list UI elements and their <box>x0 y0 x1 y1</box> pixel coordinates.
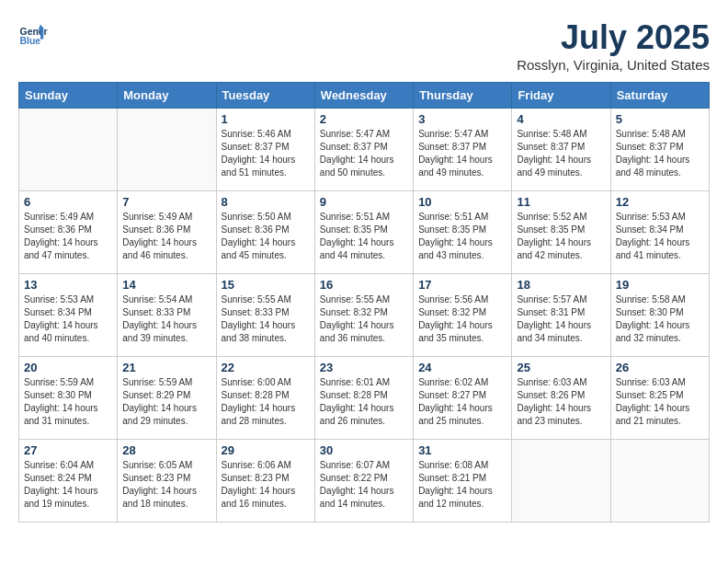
day-number: 23 <box>320 361 408 374</box>
day-info: Sunrise: 5:54 AM Sunset: 8:33 PM Dayligh… <box>122 293 210 345</box>
day-number: 11 <box>517 195 605 209</box>
day-info: Sunrise: 5:48 AM Sunset: 8:37 PM Dayligh… <box>616 128 704 179</box>
day-number: 3 <box>418 112 506 126</box>
calendar-cell: 1Sunrise: 5:46 AM Sunset: 8:37 PM Daylig… <box>216 109 314 191</box>
day-number: 21 <box>122 361 210 374</box>
calendar-cell: 7Sunrise: 5:49 AM Sunset: 8:36 PM Daylig… <box>118 191 216 274</box>
title-block: July 2025 Rosslyn, Virginia, United Stat… <box>517 18 710 73</box>
calendar-cell: 28Sunrise: 6:05 AM Sunset: 8:23 PM Dayli… <box>118 440 216 523</box>
day-info: Sunrise: 5:58 AM Sunset: 8:30 PM Dayligh… <box>616 293 704 345</box>
day-number: 25 <box>517 361 605 374</box>
weekday-header-tuesday: Tuesday <box>216 83 314 109</box>
week-row-2: 6Sunrise: 5:49 AM Sunset: 8:36 PM Daylig… <box>19 191 710 274</box>
day-info: Sunrise: 5:53 AM Sunset: 8:34 PM Dayligh… <box>24 293 112 345</box>
weekday-header-row: SundayMondayTuesdayWednesdayThursdayFrid… <box>19 83 710 109</box>
day-info: Sunrise: 5:57 AM Sunset: 8:31 PM Dayligh… <box>517 293 605 345</box>
week-row-4: 20Sunrise: 5:59 AM Sunset: 8:30 PM Dayli… <box>19 357 710 440</box>
page-header: General Blue July 2025 Rosslyn, Virginia… <box>18 18 710 73</box>
day-number: 29 <box>222 443 310 457</box>
calendar-cell: 11Sunrise: 5:52 AM Sunset: 8:35 PM Dayli… <box>512 191 610 274</box>
weekday-header-friday: Friday <box>512 83 610 109</box>
calendar-cell: 18Sunrise: 5:57 AM Sunset: 8:31 PM Dayli… <box>512 274 610 357</box>
day-number: 14 <box>122 278 210 292</box>
calendar-cell: 13Sunrise: 5:53 AM Sunset: 8:34 PM Dayli… <box>19 274 118 357</box>
calendar-cell: 2Sunrise: 5:47 AM Sunset: 8:37 PM Daylig… <box>314 109 413 191</box>
logo: General Blue <box>18 18 48 48</box>
day-info: Sunrise: 5:48 AM Sunset: 8:37 PM Dayligh… <box>517 128 605 179</box>
calendar-cell: 30Sunrise: 6:07 AM Sunset: 8:22 PM Dayli… <box>314 440 413 523</box>
day-number: 9 <box>320 195 408 209</box>
day-info: Sunrise: 5:51 AM Sunset: 8:35 PM Dayligh… <box>320 211 408 262</box>
calendar-cell: 22Sunrise: 6:00 AM Sunset: 8:28 PM Dayli… <box>216 357 314 440</box>
day-info: Sunrise: 6:06 AM Sunset: 8:23 PM Dayligh… <box>222 459 310 511</box>
calendar-cell: 3Sunrise: 5:47 AM Sunset: 8:37 PM Daylig… <box>414 109 512 191</box>
calendar-cell: 9Sunrise: 5:51 AM Sunset: 8:35 PM Daylig… <box>314 191 413 274</box>
day-info: Sunrise: 5:50 AM Sunset: 8:36 PM Dayligh… <box>222 211 310 262</box>
day-number: 4 <box>517 112 605 126</box>
day-info: Sunrise: 6:03 AM Sunset: 8:26 PM Dayligh… <box>517 376 605 428</box>
day-info: Sunrise: 6:00 AM Sunset: 8:28 PM Dayligh… <box>222 376 310 428</box>
weekday-header-sunday: Sunday <box>19 83 118 109</box>
calendar-cell: 10Sunrise: 5:51 AM Sunset: 8:35 PM Dayli… <box>414 191 512 274</box>
calendar-cell <box>610 440 709 523</box>
calendar-cell <box>512 440 610 523</box>
day-number: 6 <box>24 195 112 209</box>
calendar-cell: 5Sunrise: 5:48 AM Sunset: 8:37 PM Daylig… <box>610 109 709 191</box>
calendar-table: SundayMondayTuesdayWednesdayThursdayFrid… <box>18 82 710 523</box>
day-number: 13 <box>24 278 112 292</box>
day-number: 17 <box>418 278 506 292</box>
calendar-cell: 25Sunrise: 6:03 AM Sunset: 8:26 PM Dayli… <box>512 357 610 440</box>
logo-icon: General Blue <box>18 18 48 48</box>
calendar-cell: 14Sunrise: 5:54 AM Sunset: 8:33 PM Dayli… <box>118 274 216 357</box>
day-info: Sunrise: 6:02 AM Sunset: 8:27 PM Dayligh… <box>418 376 506 428</box>
calendar-cell: 16Sunrise: 5:55 AM Sunset: 8:32 PM Dayli… <box>314 274 413 357</box>
day-info: Sunrise: 6:08 AM Sunset: 8:21 PM Dayligh… <box>418 459 506 511</box>
calendar-cell: 27Sunrise: 6:04 AM Sunset: 8:24 PM Dayli… <box>19 440 118 523</box>
day-number: 28 <box>122 443 210 457</box>
day-number: 20 <box>24 361 112 374</box>
svg-text:General: General <box>20 27 48 37</box>
day-info: Sunrise: 6:01 AM Sunset: 8:28 PM Dayligh… <box>320 376 408 428</box>
day-number: 7 <box>122 195 210 209</box>
svg-text:Blue: Blue <box>20 36 41 46</box>
day-info: Sunrise: 5:46 AM Sunset: 8:37 PM Dayligh… <box>222 128 310 179</box>
week-row-5: 27Sunrise: 6:04 AM Sunset: 8:24 PM Dayli… <box>19 440 710 523</box>
day-number: 26 <box>616 361 704 374</box>
day-number: 22 <box>222 361 310 374</box>
calendar-cell: 8Sunrise: 5:50 AM Sunset: 8:36 PM Daylig… <box>216 191 314 274</box>
week-row-3: 13Sunrise: 5:53 AM Sunset: 8:34 PM Dayli… <box>19 274 710 357</box>
day-number: 12 <box>616 195 704 209</box>
calendar-cell: 24Sunrise: 6:02 AM Sunset: 8:27 PM Dayli… <box>414 357 512 440</box>
day-number: 1 <box>222 112 310 126</box>
day-info: Sunrise: 5:53 AM Sunset: 8:34 PM Dayligh… <box>616 211 704 262</box>
day-info: Sunrise: 5:52 AM Sunset: 8:35 PM Dayligh… <box>517 211 605 262</box>
calendar-cell: 17Sunrise: 5:56 AM Sunset: 8:32 PM Dayli… <box>414 274 512 357</box>
day-number: 19 <box>616 278 704 292</box>
day-number: 15 <box>222 278 310 292</box>
day-info: Sunrise: 6:07 AM Sunset: 8:22 PM Dayligh… <box>320 459 408 511</box>
day-number: 8 <box>222 195 310 209</box>
day-info: Sunrise: 6:04 AM Sunset: 8:24 PM Dayligh… <box>24 459 112 511</box>
calendar-cell: 26Sunrise: 6:03 AM Sunset: 8:25 PM Dayli… <box>610 357 709 440</box>
day-info: Sunrise: 5:47 AM Sunset: 8:37 PM Dayligh… <box>320 128 408 179</box>
calendar-cell: 20Sunrise: 5:59 AM Sunset: 8:30 PM Dayli… <box>19 357 118 440</box>
calendar-cell: 12Sunrise: 5:53 AM Sunset: 8:34 PM Dayli… <box>610 191 709 274</box>
day-info: Sunrise: 5:47 AM Sunset: 8:37 PM Dayligh… <box>418 128 506 179</box>
calendar-cell: 15Sunrise: 5:55 AM Sunset: 8:33 PM Dayli… <box>216 274 314 357</box>
day-number: 5 <box>616 112 704 126</box>
calendar-cell <box>118 109 216 191</box>
weekday-header-wednesday: Wednesday <box>314 83 413 109</box>
calendar-cell: 4Sunrise: 5:48 AM Sunset: 8:37 PM Daylig… <box>512 109 610 191</box>
day-number: 24 <box>418 361 506 374</box>
day-number: 31 <box>418 443 506 457</box>
weekday-header-monday: Monday <box>118 83 216 109</box>
calendar-cell: 19Sunrise: 5:58 AM Sunset: 8:30 PM Dayli… <box>610 274 709 357</box>
day-info: Sunrise: 5:55 AM Sunset: 8:33 PM Dayligh… <box>222 293 310 345</box>
calendar-cell: 6Sunrise: 5:49 AM Sunset: 8:36 PM Daylig… <box>19 191 118 274</box>
day-info: Sunrise: 6:05 AM Sunset: 8:23 PM Dayligh… <box>122 459 210 511</box>
weekday-header-saturday: Saturday <box>610 83 709 109</box>
week-row-1: 1Sunrise: 5:46 AM Sunset: 8:37 PM Daylig… <box>19 109 710 191</box>
day-number: 30 <box>320 443 408 457</box>
day-info: Sunrise: 6:03 AM Sunset: 8:25 PM Dayligh… <box>616 376 704 428</box>
day-info: Sunrise: 5:55 AM Sunset: 8:32 PM Dayligh… <box>320 293 408 345</box>
